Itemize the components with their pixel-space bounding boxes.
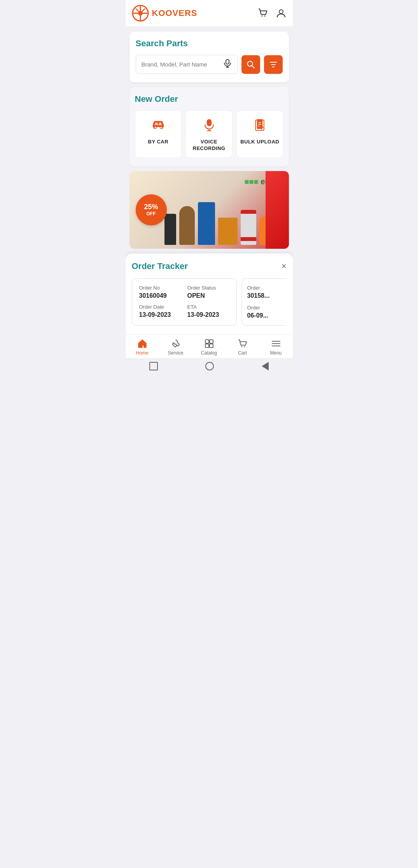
service-icon <box>171 339 181 349</box>
bulk-upload-label: BULK UPLOAD <box>240 139 279 145</box>
tracker-header: Order Tracker × <box>132 261 287 271</box>
new-order-title: New Order <box>135 94 283 104</box>
tracker-close-button[interactable]: × <box>282 261 287 271</box>
nav-item-home[interactable]: Home <box>131 339 154 356</box>
svg-rect-27 <box>205 344 209 348</box>
tracker-card-2[interactable]: Order 30158... Order 06-09... <box>241 278 287 326</box>
filter-button[interactable] <box>264 55 283 74</box>
eta-label: ETA <box>187 304 229 310</box>
svg-point-6 <box>279 10 283 14</box>
search-row <box>136 55 283 74</box>
nav-item-menu[interactable]: Menu <box>264 339 288 356</box>
voice-recording-label: VOICE RECORDING <box>193 139 226 152</box>
nav-item-catalog[interactable]: Catalog <box>198 339 221 356</box>
order-option-by-car[interactable]: BY CAR <box>135 110 182 158</box>
search-button[interactable] <box>241 55 260 74</box>
order-no-value: 30160049 <box>139 292 181 299</box>
search-section: Search Parts <box>129 31 289 82</box>
order-status-label: Order Status <box>187 285 229 291</box>
filter-can-4 <box>241 210 256 245</box>
svg-rect-12 <box>155 123 157 125</box>
eta-value: 13-09-2023 <box>187 311 229 318</box>
brand-dots: ■■■ <box>244 177 261 186</box>
system-square-button[interactable] <box>149 362 158 370</box>
service-label: Service <box>168 350 183 356</box>
svg-rect-13 <box>159 123 161 125</box>
discount-off: OFF <box>147 211 156 217</box>
search-title: Search Parts <box>136 38 283 49</box>
koovers-logo-icon <box>132 5 149 22</box>
catalog-label: Catalog <box>201 350 217 356</box>
order-option-bulk-upload[interactable]: BULK UPLOAD <box>236 110 283 158</box>
filter-can-1 <box>164 214 176 245</box>
filter-can-3 <box>198 202 215 245</box>
bottom-nav: Home Service Catalog Cart <box>126 334 293 358</box>
svg-rect-26 <box>210 340 213 343</box>
svg-point-4 <box>261 16 262 17</box>
order-date-label-2: Order <box>247 305 286 311</box>
by-car-label: BY CAR <box>148 139 169 145</box>
order-date-value: 13-09-2023 <box>139 311 181 318</box>
order-no-cell: Order No 30160049 <box>139 285 181 299</box>
voice-recording-icon <box>202 118 216 135</box>
svg-rect-25 <box>205 340 209 343</box>
order-date-label: Order Date <box>139 304 181 310</box>
menu-label: Menu <box>270 350 282 356</box>
discount-percent: 25% <box>144 203 158 211</box>
svg-rect-7 <box>226 59 229 64</box>
system-back-button[interactable] <box>262 362 269 370</box>
filter-element <box>218 218 238 245</box>
header-icons <box>258 8 287 19</box>
order-date-cell-2: Order 06-09... <box>247 305 286 319</box>
car-icon <box>151 118 165 135</box>
filter-can-2 <box>179 206 195 245</box>
order-no-label: Order No <box>139 285 181 291</box>
discount-badge: 25% OFF <box>136 194 167 225</box>
order-date-cell: Order Date 13-09-2023 <box>139 304 181 318</box>
svg-point-14 <box>154 127 156 129</box>
order-status-value: OPEN <box>187 292 229 299</box>
home-label: Home <box>136 350 148 356</box>
bulk-upload-icon <box>253 118 267 135</box>
order-tracker-section: Order Tracker × Order No 30160049 Order … <box>126 253 293 334</box>
svg-rect-28 <box>210 344 213 348</box>
search-input-wrapper <box>136 55 238 74</box>
cart-nav-icon <box>238 339 248 349</box>
system-home-button[interactable] <box>205 362 214 370</box>
system-bar <box>126 358 293 376</box>
tracker-card-1[interactable]: Order No 30160049 Order Status OPEN Orde… <box>132 278 237 326</box>
app-header: KOOVERS <box>126 0 293 27</box>
user-icon[interactable] <box>276 8 287 19</box>
svg-rect-16 <box>206 119 212 126</box>
cart-icon[interactable] <box>258 8 269 19</box>
menu-icon <box>271 339 281 349</box>
order-no-value-2: 30158... <box>247 292 286 299</box>
order-options: BY CAR VOICE RECORDING <box>135 110 283 158</box>
nav-item-service[interactable]: Service <box>164 339 187 356</box>
mic-input-icon[interactable] <box>223 59 232 70</box>
search-input[interactable] <box>142 61 220 68</box>
home-icon <box>137 339 147 349</box>
tracker-title: Order Tracker <box>132 261 188 271</box>
svg-line-11 <box>252 65 254 68</box>
order-option-voice-recording[interactable]: VOICE RECORDING <box>185 110 233 158</box>
tracker-grid-1: Order No 30160049 Order Status OPEN Orde… <box>139 285 229 318</box>
catalog-icon <box>204 339 214 349</box>
new-order-section: New Order BY CAR <box>129 87 289 166</box>
cart-label: Cart <box>238 350 247 356</box>
svg-point-15 <box>160 127 162 129</box>
svg-point-30 <box>244 346 245 347</box>
order-no-label-2: Order <box>247 285 286 291</box>
nav-item-cart[interactable]: Cart <box>231 339 254 356</box>
order-date-value-2: 06-09... <box>247 312 286 319</box>
logo-container: KOOVERS <box>132 5 198 22</box>
order-status-cell: Order Status OPEN <box>187 285 229 299</box>
eta-cell: ETA 13-09-2023 <box>187 304 229 318</box>
tracker-cards: Order No 30160049 Order Status OPEN Orde… <box>132 278 287 328</box>
promotional-banner[interactable]: 25% OFF ■■■ elofic <box>129 171 289 249</box>
svg-point-29 <box>241 346 242 347</box>
logo-text: KOOVERS <box>152 8 198 18</box>
svg-point-5 <box>264 16 265 17</box>
banner-right-strip <box>266 171 289 249</box>
